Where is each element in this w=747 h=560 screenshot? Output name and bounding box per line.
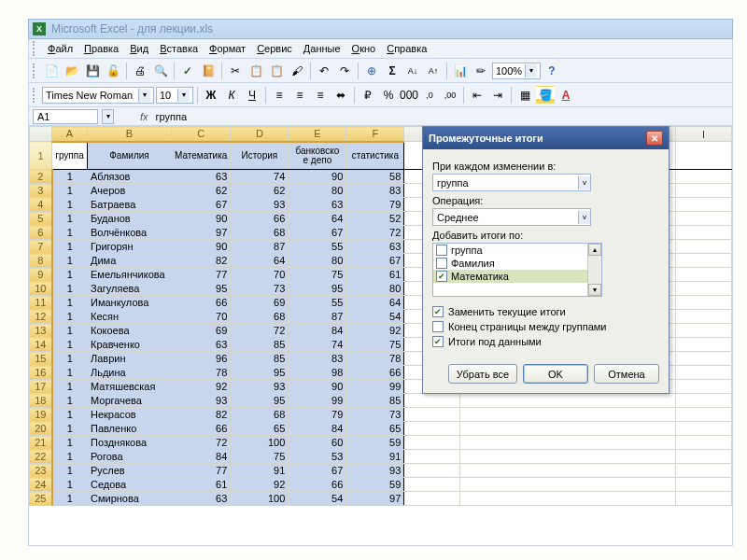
cell[interactable] xyxy=(460,436,676,450)
cell[interactable]: 68 xyxy=(231,310,289,324)
cell[interactable]: 54 xyxy=(346,310,404,324)
cell[interactable]: 70 xyxy=(172,310,231,324)
cell[interactable]: 75 xyxy=(289,268,346,282)
cell[interactable]: 63 xyxy=(172,492,231,506)
row-header-4[interactable]: 4 xyxy=(30,198,52,212)
autosum-icon[interactable]: Σ xyxy=(383,62,402,80)
cell[interactable] xyxy=(404,394,460,408)
cell[interactable]: 80 xyxy=(346,282,404,296)
cell[interactable] xyxy=(676,464,732,478)
sort-desc-icon[interactable]: A↑ xyxy=(424,62,443,80)
scroll-up-icon[interactable]: ▴ xyxy=(588,244,601,256)
currency-icon[interactable]: ₽ xyxy=(359,86,377,105)
row-header-11[interactable]: 11 xyxy=(30,296,52,310)
align-right-icon[interactable]: ≡ xyxy=(311,86,330,105)
cell[interactable] xyxy=(676,170,732,184)
decrease-decimal-icon[interactable]: ,00 xyxy=(441,86,459,105)
column-header-B[interactable]: B xyxy=(88,127,172,142)
row-header-15[interactable]: 15 xyxy=(30,352,52,366)
cell[interactable]: 92 xyxy=(346,324,404,338)
cell[interactable]: 69 xyxy=(172,324,231,338)
cell[interactable]: 1 xyxy=(52,240,88,254)
cell[interactable]: 60 xyxy=(289,436,346,450)
cell[interactable]: 61 xyxy=(172,478,231,492)
column-header-I[interactable]: I xyxy=(676,127,732,142)
cell[interactable]: 59 xyxy=(346,478,404,492)
cell[interactable]: 1 xyxy=(52,184,88,198)
row-header-10[interactable]: 10 xyxy=(30,282,52,296)
cell[interactable]: 66 xyxy=(172,422,231,436)
cell[interactable]: Математика xyxy=(172,142,231,170)
cell[interactable]: 66 xyxy=(172,296,231,310)
cell[interactable] xyxy=(676,324,732,338)
cell[interactable]: Дима xyxy=(88,254,172,268)
checkbox-below-data[interactable]: ✔ Итоги под данными xyxy=(432,336,659,347)
cell[interactable]: 72 xyxy=(172,436,231,450)
cell[interactable]: Аблязов xyxy=(88,170,172,184)
cell[interactable]: 90 xyxy=(172,212,231,226)
cell[interactable] xyxy=(676,296,732,310)
cell[interactable]: 63 xyxy=(172,338,231,352)
cell[interactable] xyxy=(404,464,460,478)
row-header-24[interactable]: 24 xyxy=(30,478,52,492)
cell[interactable]: 53 xyxy=(289,450,346,464)
cell[interactable]: 100 xyxy=(231,436,289,450)
comma-icon[interactable]: 000 xyxy=(400,86,418,105)
row-header-21[interactable]: 21 xyxy=(30,436,52,450)
cell[interactable]: 1 xyxy=(52,310,88,324)
cell[interactable]: 84 xyxy=(172,450,231,464)
cell[interactable]: 67 xyxy=(289,464,346,478)
save-icon[interactable]: 💾 xyxy=(83,62,102,80)
cell[interactable]: 65 xyxy=(231,422,289,436)
cell[interactable]: 97 xyxy=(346,492,404,506)
font-size-select[interactable]: 10 ▾ xyxy=(156,87,193,104)
cell[interactable] xyxy=(676,338,732,352)
close-icon[interactable]: ✕ xyxy=(646,131,663,146)
cell[interactable]: 93 xyxy=(172,394,231,408)
open-icon[interactable]: 📂 xyxy=(63,62,81,80)
cell[interactable]: 99 xyxy=(346,380,404,394)
cell[interactable]: 85 xyxy=(231,338,289,352)
zoom-select[interactable]: 100% ▾ xyxy=(492,63,541,79)
cell[interactable]: Лаврин xyxy=(88,352,172,366)
cell[interactable]: Седова xyxy=(88,478,172,492)
cell[interactable] xyxy=(676,198,732,212)
clear-all-button[interactable]: Убрать все xyxy=(448,364,517,384)
cell[interactable]: Позднякова xyxy=(88,436,172,450)
cell[interactable]: 95 xyxy=(231,366,289,380)
paste-icon[interactable]: 📋 xyxy=(267,62,286,80)
row-header-12[interactable]: 12 xyxy=(30,310,52,324)
cell[interactable]: Волчёнкова xyxy=(88,226,172,240)
cell[interactable]: 85 xyxy=(231,352,289,366)
decrease-indent-icon[interactable]: ⇤ xyxy=(468,86,486,105)
cell[interactable]: 93 xyxy=(231,198,289,212)
cell[interactable]: 75 xyxy=(231,450,289,464)
cell[interactable]: Рогова xyxy=(88,450,172,464)
cell[interactable] xyxy=(676,212,732,226)
row-header-22[interactable]: 22 xyxy=(30,450,52,464)
cell[interactable]: 80 xyxy=(289,184,346,198)
cell[interactable]: 98 xyxy=(289,366,346,380)
research-icon[interactable]: 📔 xyxy=(199,62,218,80)
cell[interactable]: 79 xyxy=(289,408,346,422)
cell[interactable] xyxy=(460,492,676,506)
fx-icon[interactable]: fx xyxy=(140,111,148,122)
cell[interactable]: 84 xyxy=(289,324,346,338)
cell[interactable] xyxy=(460,478,676,492)
cell[interactable] xyxy=(460,464,676,478)
cell[interactable]: 61 xyxy=(346,268,404,282)
cell[interactable] xyxy=(460,408,676,422)
undo-icon[interactable]: ↶ xyxy=(315,62,333,80)
row-header-13[interactable]: 13 xyxy=(30,324,52,338)
cell[interactable]: 1 xyxy=(52,492,88,506)
cell[interactable]: 67 xyxy=(346,254,404,268)
cell[interactable]: статистика xyxy=(346,142,404,170)
cell[interactable]: 1 xyxy=(52,282,88,296)
cell[interactable]: 55 xyxy=(289,240,346,254)
cell[interactable]: Кравченко xyxy=(88,338,172,352)
fill-color-icon[interactable]: 🪣 xyxy=(536,86,555,105)
cell[interactable]: 80 xyxy=(289,254,346,268)
row-header-7[interactable]: 7 xyxy=(30,240,52,254)
cell[interactable] xyxy=(404,408,460,422)
cell[interactable]: 69 xyxy=(231,296,289,310)
